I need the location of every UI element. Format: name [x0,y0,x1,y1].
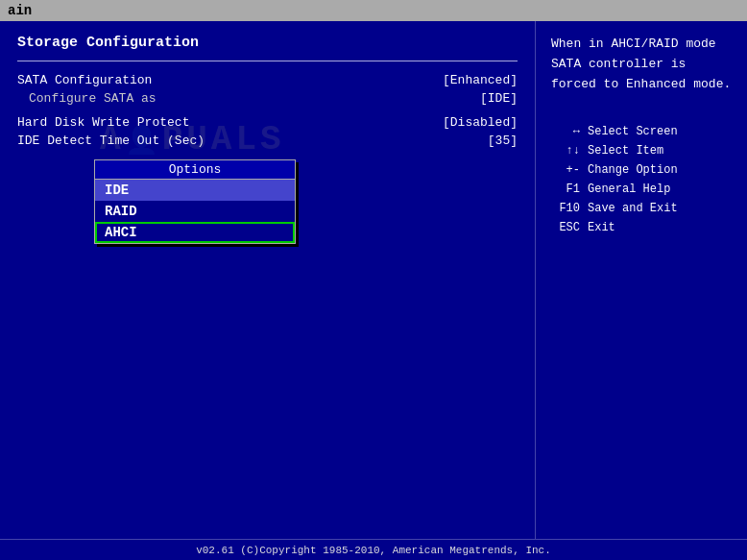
help-desc-f10: Save and Exit [588,200,678,217]
ide-timeout-value: [35] [488,134,518,148]
config-group-2: Hard Disk Write Protect [Disabled] IDE D… [17,115,518,148]
help-section: ↔ Select Screen ↑↓ Select Item +- Change… [551,123,732,236]
write-protect-label: Hard Disk Write Protect [17,115,189,130]
dropdown-box: Options IDE RAID AHCI [94,159,296,244]
help-key-f10: F10 [551,200,580,217]
ide-timeout-label: IDE Detect Time Out (Sec) [17,134,205,148]
top-bar: ain [0,0,747,21]
help-desc-esc: Exit [588,219,615,236]
help-desc-f1: General Help [588,181,670,198]
config-row-ide-timeout: IDE Detect Time Out (Sec) [35] [17,134,518,148]
help-key-updown: ↑↓ [551,142,580,159]
bottom-bar-text: v02.61 (C)Copyright 1985-2010, American … [196,545,551,556]
config-row-write-protect: Hard Disk Write Protect [Disabled] [17,115,518,130]
help-row-esc: ESC Exit [551,219,732,236]
help-desc-select-item: Select Item [588,142,663,159]
dropdown-title: Options [95,160,295,180]
info-text: When in AHCI/RAID mode SATA controller i… [551,35,732,94]
bottom-bar: v02.61 (C)Copyright 1985-2010, American … [0,539,747,560]
help-row-f10: F10 Save and Exit [551,200,732,217]
help-key-plusminus: +- [551,161,580,179]
config-row-sata: SATA Configuration [Enhanced] [17,73,518,87]
help-row-f1: F1 General Help [551,181,732,198]
dropdown-item-raid[interactable]: RAID [95,201,295,222]
sata-as-value: [IDE] [480,91,518,106]
sata-config-label: SATA Configuration [17,73,152,87]
config-group: SATA Configuration [Enhanced] Configure … [17,73,518,106]
help-row-select-screen: ↔ Select Screen [551,123,732,140]
section-title: Storage Configuration [17,35,518,51]
left-content: Storage Configuration SATA Configuration… [17,35,518,244]
dropdown-item-ide[interactable]: IDE [95,180,295,201]
help-key-f1: F1 [551,181,580,198]
help-row-change-option: +- Change Option [551,161,732,179]
help-key-arrows: ↔ [551,123,580,140]
options-dropdown: Options IDE RAID AHCI [94,159,518,244]
help-key-esc: ESC [551,219,580,236]
right-panel: When in AHCI/RAID mode SATA controller i… [536,21,747,539]
help-desc-select-screen: Select Screen [588,123,678,140]
divider [17,61,518,61]
help-row-select-item: ↑↓ Select Item [551,142,732,159]
top-bar-label: ain [8,3,32,18]
sata-config-value: [Enhanced] [443,73,518,87]
main-container: Storage Configuration SATA Configuration… [0,21,747,539]
left-panel: Storage Configuration SATA Configuration… [0,21,536,539]
write-protect-value: [Disabled] [443,115,518,130]
dropdown-item-ahci[interactable]: AHCI [95,222,295,243]
config-row-sata-as: Configure SATA as [IDE] [17,91,518,106]
help-desc-change-option: Change Option [588,161,678,179]
sata-as-label: Configure SATA as [17,91,157,106]
